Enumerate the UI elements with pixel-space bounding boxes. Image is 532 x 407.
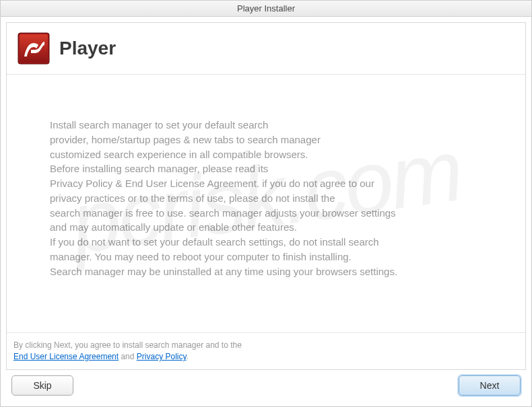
content-wrapper: pcrisk.com xyxy=(1,17,531,406)
window-title: Player Installer xyxy=(237,3,295,13)
body-text: Install search manager to set your defau… xyxy=(7,75,525,332)
footer-prefix: By clicking Next, you agree to install s… xyxy=(13,340,242,350)
flash-player-icon xyxy=(18,32,50,65)
header: Player xyxy=(7,23,525,75)
inner-panel: pcrisk.com xyxy=(6,22,526,370)
footer-and: and xyxy=(119,352,137,361)
eula-link[interactable]: End User License Agreement xyxy=(13,352,119,361)
disclosure-text: Install search manager to set your defau… xyxy=(50,118,482,279)
footer-suffix: . xyxy=(187,352,189,361)
next-button[interactable]: Next xyxy=(459,375,521,396)
footer-note: By clicking Next, you agree to install s… xyxy=(7,332,525,369)
button-bar: Skip Next xyxy=(6,370,526,401)
header-title: Player xyxy=(59,38,116,59)
titlebar: Player Installer xyxy=(1,1,531,17)
installer-window: Player Installer pcrisk.com xyxy=(0,0,532,407)
skip-button[interactable]: Skip xyxy=(11,375,73,396)
svg-rect-1 xyxy=(20,34,48,63)
privacy-policy-link[interactable]: Privacy Policy xyxy=(137,352,187,361)
